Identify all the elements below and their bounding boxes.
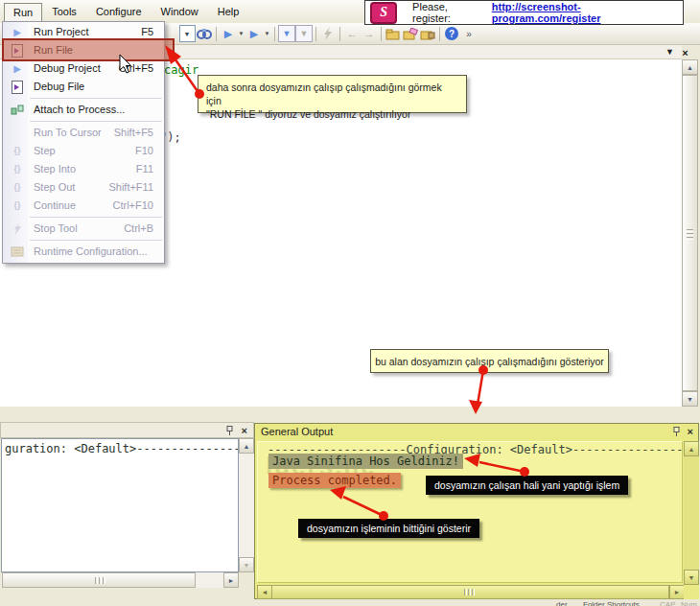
general-output-horizontal-scrollbar[interactable]: ◄ ►	[257, 585, 684, 599]
stop-icon[interactable]	[319, 25, 337, 42]
app-root: Run Tools Configure Window Help S Please…	[0, 0, 700, 606]
close-panel-icon[interactable]: ×	[242, 426, 247, 435]
scroll-up-icon[interactable]: ▲	[682, 59, 698, 75]
new-folder-icon[interactable]	[385, 25, 402, 42]
document-list-dropdown-icon[interactable]: ▼	[664, 47, 676, 57]
code-fragment-comment: cagir	[164, 63, 198, 77]
debug-file-icon	[10, 78, 25, 96]
scroll-left-icon[interactable]: ◄	[257, 585, 272, 599]
scrollbar-thumb[interactable]	[271, 585, 669, 599]
help-icon[interactable]: ?	[445, 27, 458, 40]
scroll-down-icon[interactable]: ▼	[684, 570, 699, 585]
scroll-right-icon[interactable]: ►	[223, 572, 239, 588]
output-window-behind: × guration: <Default>-------------------…	[0, 422, 254, 588]
run-file-callout: daha sonra dosyamızın çalışıp çalışmadığ…	[198, 75, 467, 113]
status-fragment: der	[556, 600, 568, 606]
debug-project-icon[interactable]: ▶	[245, 25, 263, 42]
toolbar-separator	[315, 27, 316, 41]
debug-project-icon: ▶	[10, 59, 25, 78]
output-horizontal-scrollbar[interactable]: ►	[1, 572, 239, 588]
scroll-right-icon[interactable]: ►	[669, 585, 685, 599]
pin-icon[interactable]	[225, 426, 234, 436]
general-output-title: General Output	[261, 426, 333, 437]
step-into-icon: {}	[10, 160, 25, 178]
toolbar-separator	[439, 27, 440, 41]
general-output-vertical-scrollbar[interactable]: ▲ ▼	[684, 441, 699, 585]
status-num-indicator: Num	[681, 600, 697, 606]
toolbar-overflow-icon[interactable]: »	[460, 25, 478, 42]
step-out-icon: {}	[10, 178, 25, 197]
process-completed-highlight: Process completed.	[268, 473, 401, 488]
forward-icon[interactable]: →	[361, 25, 378, 42]
menu-item-attach-to-process[interactable]: Attach to Process...	[4, 101, 163, 119]
scrollbar-corner	[684, 585, 699, 599]
scroll-down-icon[interactable]: ▼	[682, 391, 698, 407]
menubar-item-window[interactable]: Window	[152, 3, 208, 20]
output-vertical-scrollbar[interactable]: ▲ ▼	[239, 438, 254, 572]
close-panel-icon[interactable]: ×	[688, 427, 693, 436]
erase-history-icon[interactable]	[402, 25, 419, 42]
menu-item-step-into[interactable]: {} Step IntoF11	[4, 160, 163, 178]
step-icon: {}	[10, 142, 25, 160]
menubar-item-help[interactable]: Help	[208, 3, 249, 20]
menu-item-step[interactable]: {} StepF10	[4, 142, 163, 160]
toolbar-separator	[274, 27, 275, 41]
menu-separator	[30, 240, 162, 241]
status-caps-indicator: CAP	[660, 600, 675, 606]
scroll-up-icon[interactable]: ▲	[684, 441, 699, 456]
scrollbar-thumb[interactable]	[682, 75, 698, 391]
menu-item-step-out[interactable]: {} Step OutShift+F11	[4, 178, 163, 197]
menu-item-stop-tool[interactable]: Stop ToolCtrl+B	[4, 220, 163, 238]
step-out-toolbar-icon[interactable]: ▼	[295, 25, 313, 42]
register-banner: S Please, register: http://screenshot-pr…	[364, 0, 684, 25]
toolbar-separator	[216, 27, 217, 41]
menu-item-debug-project[interactable]: ▶ Debug ProjectCtrl+F5	[4, 59, 163, 78]
output-window-content: guration: <Default>-------------------	[1, 438, 239, 572]
attach-process-icon	[10, 101, 25, 119]
welcome-output-highlight: Java Sinifina Hos Geldiniz!	[268, 454, 463, 469]
output-area-callout: bu alan dosyamızın çalışıp çalışmadığını…	[370, 349, 609, 373]
pin-icon[interactable]	[672, 427, 681, 437]
menubar-item-run[interactable]: Run	[4, 3, 42, 21]
package-folder-icon[interactable]	[419, 25, 436, 42]
run-dropdown-icon[interactable]: ▼	[237, 25, 245, 42]
editor-vertical-scrollbar[interactable]: ▲ ▼	[682, 59, 698, 407]
general-output-panel: General Output × lders.ne --------------…	[254, 423, 699, 599]
scroll-down-icon[interactable]: ▼	[239, 557, 254, 572]
status-fragment: Folder Shortcuts	[583, 600, 640, 606]
menubar-item-configure[interactable]: Configure	[86, 3, 152, 20]
general-output-content: lders.ne --------------------Configurati…	[257, 441, 683, 583]
screenshot-program-logo: S	[370, 2, 397, 24]
menu-separator	[30, 217, 162, 218]
scroll-up-icon[interactable]: ▲	[239, 438, 254, 454]
menu-item-runtime-configuration[interactable]: Runtime Configuration...	[4, 243, 163, 261]
register-text: Please, register:	[412, 1, 486, 24]
running-state-callout: dosyamızın çalışan hali yani yaptığı işl…	[426, 476, 628, 495]
status-bar: der Folder Shortcuts CAP Num	[0, 600, 700, 606]
menu-separator	[30, 98, 162, 99]
menubar-item-tools[interactable]: Tools	[42, 3, 86, 20]
toolbar-separator	[339, 27, 340, 41]
run-file-highlight-box	[2, 38, 175, 61]
scrollbar-thumb[interactable]	[2, 572, 196, 588]
general-output-titlebar: General Output ×	[255, 424, 698, 440]
menu-item-run-to-cursor[interactable]: Run To CursorShift+F5	[4, 124, 163, 142]
step-over-icon[interactable]: ▼	[278, 25, 295, 42]
toolbar-separator	[381, 27, 382, 41]
continue-icon: {}	[10, 197, 25, 215]
find-icon[interactable]	[196, 25, 213, 42]
output-text-fragment: guration: <Default>-------------------	[5, 442, 239, 455]
debug-dropdown-icon[interactable]: ▼	[263, 25, 271, 42]
runtime-config-icon	[10, 243, 25, 261]
stop-tool-icon	[10, 220, 25, 238]
finished-state-callout: dosyamızın işleminin bittiğini gösterir	[298, 519, 479, 538]
back-icon[interactable]: ←	[343, 25, 361, 42]
register-link[interactable]: http://screenshot-program.com/register	[492, 1, 683, 24]
menu-item-continue[interactable]: {} ContinueCtrl+F10	[4, 197, 163, 215]
output-window-titlebar: ×	[0, 422, 254, 438]
menu-item-debug-file[interactable]: Debug File	[4, 78, 163, 96]
menu-separator	[30, 121, 162, 122]
close-document-icon[interactable]: ×	[679, 47, 691, 58]
configuration-combo-dropdown-icon[interactable]: ▼	[179, 25, 196, 42]
run-project-icon[interactable]: ▶	[220, 25, 237, 42]
